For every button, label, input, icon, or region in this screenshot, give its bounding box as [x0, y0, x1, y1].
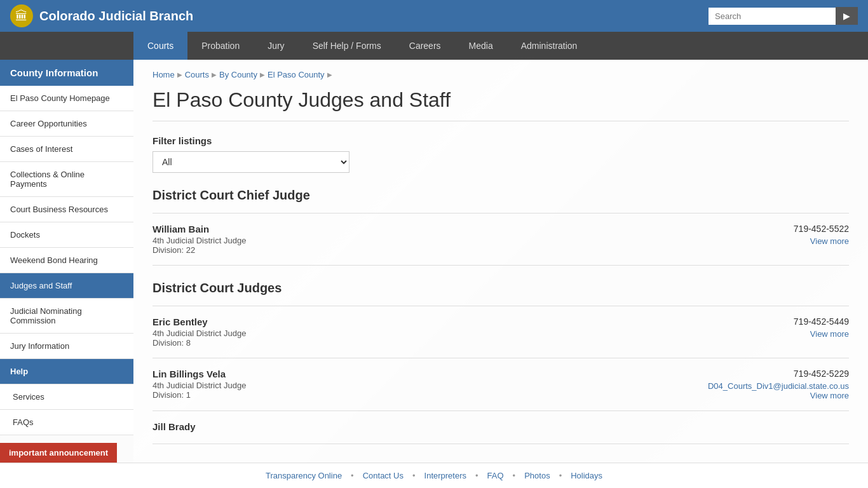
sidebar-item-elpaso-homepage[interactable]: El Paso County Homepage — [0, 86, 133, 111]
staff-division-lin: Division: 1 — [153, 390, 246, 400]
staff-row-bentley: Eric Bentley 4th Judicial District Judge… — [153, 316, 849, 348]
staff-row: William Bain 4th Judicial District Judge… — [153, 224, 849, 255]
nav-administration[interactable]: Administration — [507, 32, 592, 60]
nav-courts[interactable]: Courts — [133, 32, 187, 60]
nav-selfhelp[interactable]: Self Help / Forms — [299, 32, 395, 60]
section-heading-chief: District Court Chief Judge — [153, 188, 849, 203]
header: 🏛 Colorado Judicial Branch ▶ — [0, 0, 868, 32]
sidebar-item-dockets[interactable]: Dockets — [0, 222, 133, 248]
search-input[interactable] — [709, 8, 836, 25]
filter-label: Filter listings — [153, 135, 849, 146]
section-heading-district: District Court Judges — [153, 281, 849, 295]
sidebar-item-faqs[interactable]: FAQs — [0, 410, 133, 435]
staff-division: Division: 22 — [153, 245, 246, 255]
staff-contact: 719-452-5522 View more — [794, 224, 849, 246]
footer-contact[interactable]: Contact Us — [363, 471, 403, 480]
staff-row-brady: Jill Brady — [153, 421, 849, 433]
search-bar: ▶ — [709, 7, 858, 25]
filter-section: Filter listings All District Court Chief… — [153, 135, 849, 173]
staff-phone: 719-452-5522 — [794, 224, 849, 234]
staff-card-eric-bentley: Eric Bentley 4th Judicial District Judge… — [153, 306, 849, 358]
breadcrumb-sep-2: ▶ — [212, 71, 217, 78]
sidebar-item-judicial-nominating[interactable]: Judicial Nominating Commission — [0, 299, 133, 334]
main-content: Home ▶ Courts ▶ By County ▶ El Paso Coun… — [133, 60, 868, 488]
section-district-judges: District Court Judges Eric Bentley 4th J… — [153, 281, 849, 444]
breadcrumb: Home ▶ Courts ▶ By County ▶ El Paso Coun… — [153, 70, 849, 79]
staff-contact-bentley: 719-452-5449 View more — [794, 316, 849, 339]
section-chief-judge: District Court Chief Judge William Bain … — [153, 188, 849, 266]
staff-phone-lin: 719-452-5229 — [708, 369, 849, 379]
sidebar: County Information El Paso County Homepa… — [0, 60, 133, 488]
logo: 🏛 Colorado Judicial Branch — [10, 4, 193, 27]
staff-viewmore[interactable]: View more — [794, 236, 849, 246]
search-button[interactable]: ▶ — [836, 7, 858, 25]
sidebar-item-weekend-bond[interactable]: Weekend Bond Hearing — [0, 248, 133, 273]
footer-interpreters[interactable]: Interpreters — [424, 471, 466, 480]
footer-photos[interactable]: Photos — [524, 471, 550, 480]
staff-info-lin: Lin Billings Vela 4th Judicial District … — [153, 369, 246, 400]
footer-faq[interactable]: FAQ — [487, 471, 504, 480]
sidebar-item-court-business[interactable]: Court Business Resources — [0, 197, 133, 222]
staff-card-lin-billings: Lin Billings Vela 4th Judicial District … — [153, 358, 849, 410]
nav-probation[interactable]: Probation — [187, 32, 254, 60]
staff-viewmore-lin[interactable]: View more — [708, 391, 849, 400]
staff-phone-bentley: 719-452-5449 — [794, 316, 849, 327]
sidebar-item-collections-payments[interactable]: Collections & Online Payments — [0, 162, 133, 197]
staff-division-bentley: Division: 8 — [153, 338, 246, 348]
nav-careers[interactable]: Careers — [395, 32, 455, 60]
footer-holidays[interactable]: Holidays — [571, 471, 602, 480]
breadcrumb-sep-3: ▶ — [260, 71, 265, 78]
page-title: El Paso County Judges and Staff — [153, 88, 849, 121]
content-wrapper: County Information El Paso County Homepa… — [0, 60, 868, 488]
sidebar-header: County Information — [0, 60, 133, 86]
staff-info: William Bain 4th Judicial District Judge… — [153, 224, 246, 255]
footer-bar: Transparency Online • Contact Us • Inter… — [0, 463, 868, 488]
staff-name-brady: Jill Brady — [153, 421, 196, 432]
breadcrumb-home[interactable]: Home — [153, 70, 175, 79]
staff-contact-lin: 719-452-5229 D04_Courts_Div1@judicial.st… — [708, 369, 849, 400]
important-announcement[interactable]: important announcement — [0, 443, 117, 463]
footer-transparency[interactable]: Transparency Online — [266, 471, 342, 480]
sidebar-item-jury-information[interactable]: Jury Information — [0, 334, 133, 359]
staff-card-jill-brady: Jill Brady — [153, 410, 849, 444]
staff-name-bentley: Eric Bentley — [153, 316, 246, 327]
staff-card-william-bain: William Bain 4th Judicial District Judge… — [153, 213, 849, 266]
staff-title: 4th Judicial District Judge — [153, 236, 246, 245]
main-nav: Courts Probation Jury Self Help / Forms … — [0, 32, 868, 60]
site-title: Colorado Judicial Branch — [39, 9, 193, 24]
breadcrumb-courts[interactable]: Courts — [185, 70, 209, 79]
staff-email-lin[interactable]: D04_Courts_Div1@judicial.state.co.us — [708, 381, 849, 391]
breadcrumb-sep-1: ▶ — [177, 71, 182, 78]
staff-info-bentley: Eric Bentley 4th Judicial District Judge… — [153, 316, 246, 348]
nav-media[interactable]: Media — [455, 32, 507, 60]
logo-icon: 🏛 — [10, 4, 33, 27]
nav-jury[interactable]: Jury — [254, 32, 298, 60]
staff-row-lin: Lin Billings Vela 4th Judicial District … — [153, 369, 849, 400]
breadcrumb-elpaso[interactable]: El Paso County — [268, 70, 325, 79]
staff-viewmore-bentley[interactable]: View more — [794, 329, 849, 339]
sidebar-item-career-opportunities[interactable]: Career Opportunities — [0, 111, 133, 137]
sidebar-item-services[interactable]: Services — [0, 384, 133, 410]
sidebar-item-cases-of-interest[interactable]: Cases of Interest — [0, 137, 133, 162]
filter-select[interactable]: All District Court Chief Judge District … — [153, 151, 349, 173]
staff-title-bentley: 4th Judicial District Judge — [153, 329, 246, 338]
sidebar-item-judges-staff[interactable]: Judges and Staff — [0, 273, 133, 299]
breadcrumb-sep-4: ▶ — [327, 71, 332, 78]
sidebar-item-help[interactable]: Help — [0, 359, 133, 384]
staff-name: William Bain — [153, 224, 246, 234]
staff-name-lin: Lin Billings Vela — [153, 369, 246, 379]
breadcrumb-by-county[interactable]: By County — [219, 70, 257, 79]
staff-title-lin: 4th Judicial District Judge — [153, 381, 246, 390]
staff-info-brady: Jill Brady — [153, 421, 196, 433]
